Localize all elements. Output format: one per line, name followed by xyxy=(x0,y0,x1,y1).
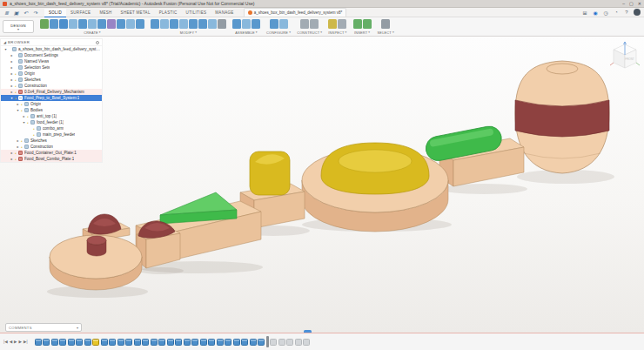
save-icon[interactable]: ▣ xyxy=(12,9,20,17)
body-disc-assembly[interactable] xyxy=(47,214,184,298)
timeline-feature-icon[interactable] xyxy=(43,339,50,346)
notifications-icon[interactable]: ◔ xyxy=(613,9,620,16)
visibility-bulb-icon[interactable]: ● xyxy=(14,158,17,161)
measure-icon[interactable] xyxy=(328,19,337,29)
form-icon[interactable] xyxy=(107,19,116,29)
ribbon-group-label[interactable]: INSPECT▾ xyxy=(328,30,346,35)
timeline-feature-icon[interactable] xyxy=(225,339,231,346)
browser-row[interactable]: ▸ ● Origin xyxy=(1,71,102,77)
timeline-feature-icon[interactable] xyxy=(68,339,75,346)
timeline-feature-icon[interactable] xyxy=(125,339,132,346)
application-menu-icon[interactable]: ≣ xyxy=(3,9,10,17)
browser-row[interactable]: ▾ ● Bodies xyxy=(1,107,102,113)
timeline-feature-icon[interactable] xyxy=(84,339,91,346)
visibility-bulb-icon[interactable]: ● xyxy=(20,145,23,149)
redo-icon[interactable]: ↷ xyxy=(31,9,39,17)
browser-row[interactable]: ▾ a_shoes_box_btn_dash_feed_delivery_sys… xyxy=(1,46,102,52)
comments-bar[interactable]: COMMENTS ▾ xyxy=(5,323,82,332)
timeline-feature-icon[interactable] xyxy=(184,339,191,346)
visibility-bulb-icon[interactable]: ● xyxy=(26,115,30,118)
timeline-feature-icon[interactable] xyxy=(233,339,240,346)
loft-icon[interactable] xyxy=(88,19,97,29)
timeline-feature-icon[interactable] xyxy=(258,339,265,346)
maximize-button[interactable]: ▢ xyxy=(629,1,634,7)
visibility-bulb-icon[interactable]: ● xyxy=(14,151,17,155)
thread-icon[interactable] xyxy=(117,19,125,29)
combine-icon[interactable] xyxy=(179,19,188,29)
ribbon-tab[interactable]: MESH xyxy=(95,9,116,17)
timeline-feature-icon[interactable] xyxy=(101,339,108,346)
timeline-feature-icon[interactable] xyxy=(76,339,83,346)
step-forward-icon[interactable]: ▶ xyxy=(19,340,22,344)
timeline-feature-icon[interactable] xyxy=(303,339,310,346)
visibility-bulb-icon[interactable]: ● xyxy=(20,103,23,106)
timeline-feature-icon[interactable] xyxy=(117,339,124,346)
create-sketch-icon[interactable] xyxy=(40,19,49,29)
timeline-feature-icon[interactable] xyxy=(51,339,58,346)
browser-row[interactable]: ▸ ● Construction xyxy=(1,144,102,150)
timeline-feature-icon[interactable] xyxy=(158,339,165,346)
timeline-feature-icon[interactable] xyxy=(241,339,248,346)
history-icon[interactable]: ◷ xyxy=(602,9,609,16)
browser-row[interactable]: ▸ Document Settings xyxy=(1,52,102,58)
timeline-feature-icon[interactable] xyxy=(208,339,215,346)
body-feed-hopper[interactable] xyxy=(515,61,614,184)
pattern-icon[interactable] xyxy=(126,19,135,29)
collapse-arrow-icon[interactable]: ◢ xyxy=(3,40,6,44)
expand-arrow-icon[interactable]: ▸ xyxy=(10,65,14,70)
timeline-feature-icon[interactable] xyxy=(167,339,174,346)
select-icon[interactable] xyxy=(381,19,390,29)
move-copy-icon[interactable] xyxy=(218,19,226,29)
timeline-feature-icon[interactable] xyxy=(142,339,149,346)
expand-arrow-icon[interactable]: ▸ xyxy=(10,53,14,57)
hole-icon[interactable] xyxy=(97,19,106,29)
ribbon-group-label[interactable]: INSERT▾ xyxy=(354,30,370,35)
visibility-bulb-icon[interactable]: ● xyxy=(26,121,30,125)
insert-derive-icon[interactable] xyxy=(353,19,362,29)
browser-row[interactable]: ▸ ● Construction xyxy=(1,83,102,89)
construction-plane-icon[interactable] xyxy=(300,19,309,29)
timeline-feature-icon[interactable] xyxy=(109,339,116,346)
browser-row[interactable]: ▸ ● 0.0x4_Final_Delivery_Mechanism xyxy=(1,89,102,95)
timeline-feature-icon[interactable] xyxy=(295,339,302,346)
revolve-icon[interactable] xyxy=(69,19,77,29)
timeline-feature-icon[interactable] xyxy=(266,336,269,347)
ribbon-group-label[interactable]: CONSTRUCT▾ xyxy=(297,30,322,35)
help-icon[interactable]: ? xyxy=(623,9,630,16)
shell-icon[interactable] xyxy=(170,19,178,29)
ribbon-tab[interactable]: PLASTIC xyxy=(155,9,182,17)
visibility-bulb-icon[interactable]: ● xyxy=(14,84,17,88)
timeline-feature-icon[interactable] xyxy=(250,339,257,346)
timeline-feature-icon[interactable] xyxy=(191,339,198,346)
timeline-feature-icon[interactable] xyxy=(92,339,99,346)
joint-icon[interactable] xyxy=(242,19,251,29)
undo-icon[interactable]: ↶ xyxy=(22,9,30,17)
ribbon-group-label[interactable]: ASSEMBLE▾ xyxy=(235,30,258,35)
primitive-icon[interactable] xyxy=(136,19,144,29)
timeline-feature-icon[interactable] xyxy=(200,339,207,346)
minimize-button[interactable]: – xyxy=(622,1,625,7)
browser-row[interactable]: ▸ ● anti_top (1) xyxy=(1,113,102,119)
visibility-bulb-icon[interactable]: ● xyxy=(32,127,36,131)
browser-row[interactable]: ▸ ● Sketches xyxy=(1,138,102,144)
browser-row[interactable]: ▾ ● food_feeder (1) xyxy=(1,119,102,125)
workspace-selector[interactable]: DESIGN ▾ xyxy=(3,20,34,33)
visibility-bulb-icon[interactable]: ● xyxy=(32,133,36,137)
job-status-icon[interactable]: ◉ xyxy=(592,9,599,16)
document-tab[interactable]: a_shoes_box_btn_dash_feed_delivery_syste… xyxy=(244,8,347,17)
browser-row[interactable]: ▸ ● Food_Bowl_Combo_Plate:1 xyxy=(1,156,102,162)
timeline-feature-icon[interactable] xyxy=(217,339,224,346)
ribbon-group-label[interactable]: SELECT▾ xyxy=(378,30,394,35)
browser-row[interactable]: ▸ ● Origin xyxy=(1,101,102,107)
timeline-feature-icon[interactable] xyxy=(278,339,285,346)
visibility-bulb-icon[interactable]: ● xyxy=(20,109,23,112)
timeline-feature-icon[interactable] xyxy=(270,339,277,346)
close-button[interactable]: ✕ xyxy=(638,1,641,7)
ribbon-tab[interactable]: MANAGE xyxy=(211,9,238,17)
new-component-icon[interactable] xyxy=(232,19,241,29)
timeline-feature-icon[interactable] xyxy=(59,339,66,346)
go-to-start-icon[interactable]: |◀ xyxy=(3,340,8,344)
browser-row[interactable]: ▾ ● Food_Prep_to_Bowl_System:1 xyxy=(1,95,102,101)
visibility-bulb-icon[interactable]: ● xyxy=(14,91,17,94)
align-icon[interactable] xyxy=(208,19,217,29)
